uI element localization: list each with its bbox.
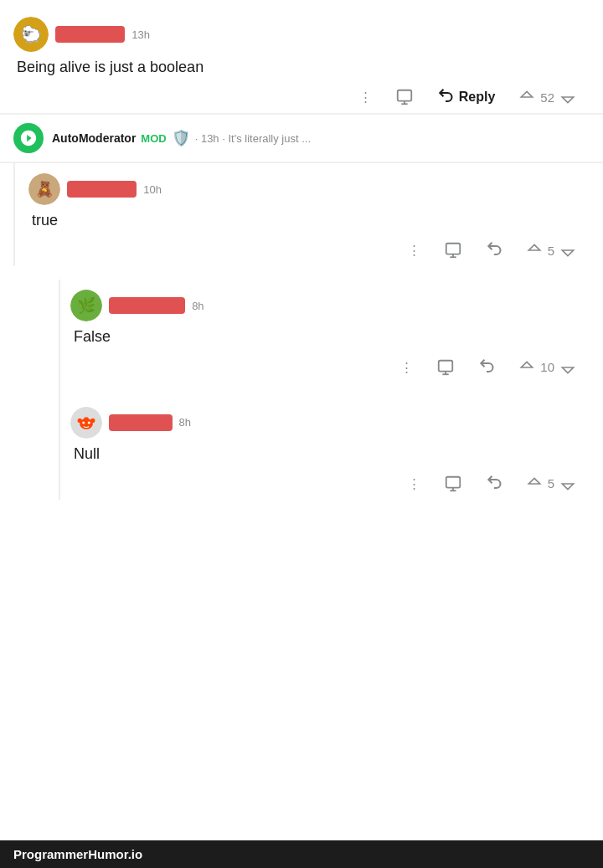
reply-3-award-button[interactable] — [444, 475, 462, 493]
reply-1-award-button[interactable] — [444, 241, 462, 259]
reply-2-action-bar: ⋮ — [70, 352, 590, 383]
reply-1-avatar-img: 🧸 — [28, 173, 60, 205]
comment-text: Being alive is just a boolean — [13, 57, 590, 78]
reply-icon — [437, 89, 454, 105]
svg-rect-0 — [397, 90, 411, 101]
svg-rect-16 — [446, 477, 460, 488]
mod-shield-icon: 🛡️ — [172, 129, 190, 147]
reply-2-indent: 🌿 8h False ⋮ — [59, 280, 603, 499]
reply-1-timestamp: 10h — [143, 183, 162, 196]
reply-2-vote-count: 10 — [540, 360, 554, 374]
reply-3-vote-count: 5 — [548, 476, 554, 490]
avatar: 🐑 — [13, 17, 49, 52]
award-icon — [395, 88, 414, 106]
reply-3-more-button[interactable]: ⋮ — [408, 476, 420, 491]
reply-1-avatar: 🧸 — [28, 173, 60, 205]
svg-point-13 — [78, 418, 82, 422]
downvote-icon — [559, 242, 576, 259]
automod-avatar — [13, 123, 44, 153]
reply-1-more-button[interactable]: ⋮ — [408, 243, 420, 258]
reply-2-timestamp: 8h — [192, 300, 204, 312]
reply-3: 8h Null ⋮ — [60, 397, 603, 500]
upvote-icon — [518, 359, 535, 376]
reddit-alien-icon — [75, 412, 97, 434]
reply-3-text: Null — [74, 444, 590, 465]
more-icon: ⋮ — [359, 90, 372, 105]
reply-3-vote[interactable]: 5 — [526, 475, 576, 492]
upvote-icon — [526, 475, 543, 492]
reply-label: Reply — [459, 90, 496, 105]
reply-3-username — [109, 414, 173, 431]
reply-3-timestamp: 8h — [179, 416, 191, 429]
reply-2-award-button[interactable] — [436, 358, 455, 377]
timestamp: 13h — [131, 28, 150, 41]
reply-1: 🧸 10h true ⋮ — [15, 163, 603, 266]
reply-3-avatar — [70, 407, 102, 439]
automod-meta: · 13h · It's literally just ... — [195, 132, 311, 145]
svg-rect-6 — [439, 360, 453, 371]
upvote-icon — [526, 242, 543, 259]
comment-section: 🐑 13h Being alive is just a boolean ⋮ — [0, 0, 603, 550]
reply-3-action-bar: ⋮ — [70, 468, 590, 500]
reply-1-vote[interactable]: 5 — [526, 242, 576, 259]
reply-3-reply-button[interactable] — [486, 475, 502, 492]
reply-2-reply-button[interactable] — [478, 359, 495, 376]
downvote-icon — [559, 475, 576, 492]
automod-name: AutoModerator — [52, 131, 136, 145]
upvote-button[interactable]: 52 — [518, 89, 576, 105]
footer-bar: ProgrammerHumor.io — [0, 840, 603, 868]
vote-count: 52 — [540, 90, 554, 105]
upvote-icon — [518, 89, 535, 105]
reply-3-header: 8h — [70, 407, 590, 439]
award-icon — [444, 241, 462, 259]
automod-icon — [19, 129, 38, 147]
reply-1-reply-button[interactable] — [486, 242, 502, 259]
automod-text: AutoModerator MOD 🛡️ · 13h · It's litera… — [52, 129, 311, 147]
svg-point-14 — [90, 418, 95, 422]
reply-2: 🌿 8h False ⋮ — [60, 280, 603, 383]
award-icon — [436, 358, 455, 377]
reply-icon — [486, 475, 502, 492]
reply-icon — [486, 242, 502, 259]
comment-header: 🐑 13h — [13, 17, 590, 52]
reply-1-indent: 🧸 10h true ⋮ — [13, 163, 603, 266]
reply-button[interactable]: Reply — [437, 89, 496, 105]
mod-badge: MOD — [141, 132, 166, 145]
more-options-button[interactable]: ⋮ — [359, 90, 372, 105]
reply-2-more-button[interactable]: ⋮ — [400, 360, 413, 375]
automoderator-row: AutoModerator MOD 🛡️ · 13h · It's litera… — [0, 114, 603, 162]
reply-1-action-bar: ⋮ — [28, 234, 590, 266]
reply-2-username — [109, 297, 185, 314]
more-icon: ⋮ — [408, 476, 420, 491]
reply-2-vote[interactable]: 10 — [518, 359, 576, 376]
svg-rect-3 — [446, 244, 460, 254]
avatar-image: 🐑 — [13, 17, 49, 52]
username-redacted — [55, 26, 125, 43]
reply-1-text: true — [32, 210, 590, 231]
downvote-icon — [559, 359, 576, 376]
svg-rect-15 — [84, 417, 88, 419]
award-button[interactable] — [395, 88, 414, 106]
reply-1-username — [67, 181, 137, 198]
reply-2-avatar: 🌿 — [70, 290, 102, 321]
svg-point-11 — [82, 421, 85, 424]
svg-point-12 — [88, 421, 90, 424]
reply-1-header: 🧸 10h — [28, 173, 590, 205]
reply-2-text: False — [74, 326, 590, 347]
more-icon: ⋮ — [408, 243, 420, 258]
footer-brand: ProgrammerHumor.io — [13, 847, 142, 861]
downvote-icon — [559, 89, 576, 105]
reply-3-avatar-img — [70, 407, 102, 439]
reply-1-vote-count: 5 — [548, 244, 554, 258]
reply-2-header: 🌿 8h — [70, 290, 590, 321]
reply-2-avatar-img: 🌿 — [70, 290, 102, 321]
reply-icon — [478, 359, 495, 376]
more-icon: ⋮ — [400, 360, 413, 375]
top-comment: 🐑 13h Being alive is just a boolean ⋮ — [0, 10, 603, 113]
award-icon — [444, 475, 462, 493]
action-bar: ⋮ Reply 52 — [13, 81, 590, 113]
